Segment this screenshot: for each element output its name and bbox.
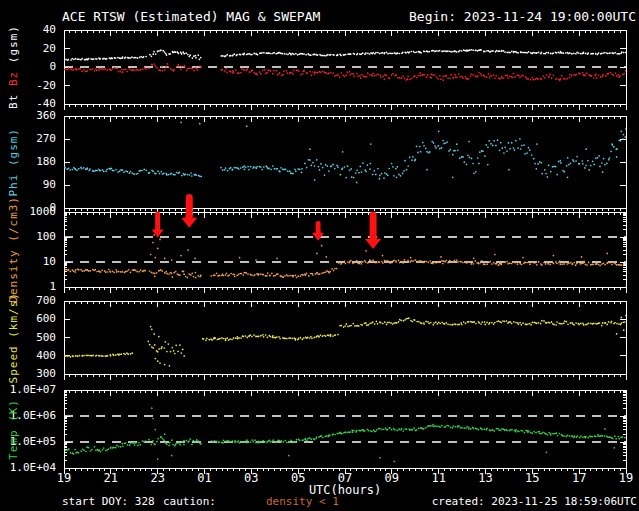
x-tick-label: 19 (612, 471, 639, 485)
footer-start-doy: start DOY: 328 (62, 495, 155, 508)
x-tick-label: 15 (518, 471, 546, 485)
density-spike-arrow-icon (365, 215, 381, 249)
density-spike-arrow-icon (312, 223, 324, 240)
x-tick-label: 01 (191, 471, 219, 485)
x-tick-label: 21 (97, 471, 125, 485)
footer-created-timestamp: created: 2023-11-25 18:59:06UTC (432, 495, 637, 508)
x-tick-label: 17 (565, 471, 593, 485)
x-tick-label: 05 (284, 471, 312, 485)
panel-y-axis-label: Bt Bz (gsm) (0, 30, 26, 104)
panel-y-axis-label: Density (/cm3) (0, 212, 26, 287)
begin-timestamp: Begin: 2023-11-24 19:00:00UTC (409, 9, 636, 24)
x-tick-label: 09 (378, 471, 406, 485)
x-tick-label: 13 (472, 471, 500, 485)
x-tick-label: 07 (331, 471, 359, 485)
x-tick-label: 23 (144, 471, 172, 485)
density-spike-arrow-icon (181, 198, 197, 228)
panel-y-axis-label: Phi (gsm) (0, 116, 26, 208)
plot-canvas (0, 0, 639, 511)
panel-y-axis-label: Speed (km/s) (0, 301, 26, 374)
footer-caution-label: caution: (163, 495, 216, 508)
density-spike-arrow-icon (152, 214, 164, 238)
x-tick-label: 11 (425, 471, 453, 485)
ace-rtsw-plot: ACE RTSW (Estimated) MAG & SWEPAM Begin:… (0, 0, 639, 511)
footer-caution-value: density < 1 (266, 495, 339, 508)
x-tick-label: 03 (237, 471, 265, 485)
panel-y-axis-label: Temp (K) (0, 390, 26, 468)
x-tick-label: 19 (50, 471, 78, 485)
plot-title: ACE RTSW (Estimated) MAG & SWEPAM (62, 9, 320, 24)
